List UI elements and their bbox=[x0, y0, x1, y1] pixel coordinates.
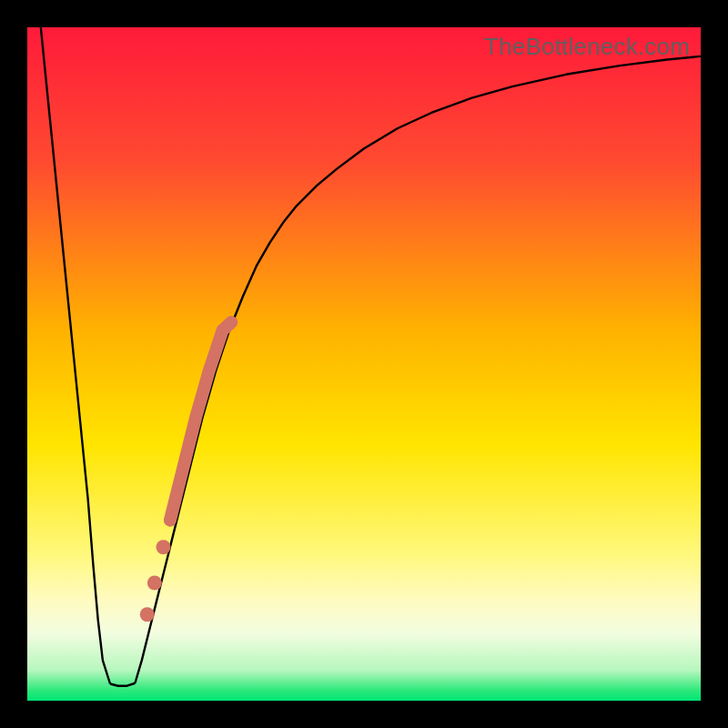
chart-frame: TheBottleneck.com bbox=[0, 0, 728, 728]
plot-area: TheBottleneck.com bbox=[27, 27, 701, 701]
gradient-background bbox=[27, 27, 701, 701]
bottleneck-dots-1 bbox=[147, 576, 162, 591]
chart-svg bbox=[27, 27, 701, 701]
bottleneck-dots-0 bbox=[156, 540, 170, 554]
bottleneck-dots-2 bbox=[140, 607, 155, 622]
watermark-text: TheBottleneck.com bbox=[484, 33, 690, 61]
